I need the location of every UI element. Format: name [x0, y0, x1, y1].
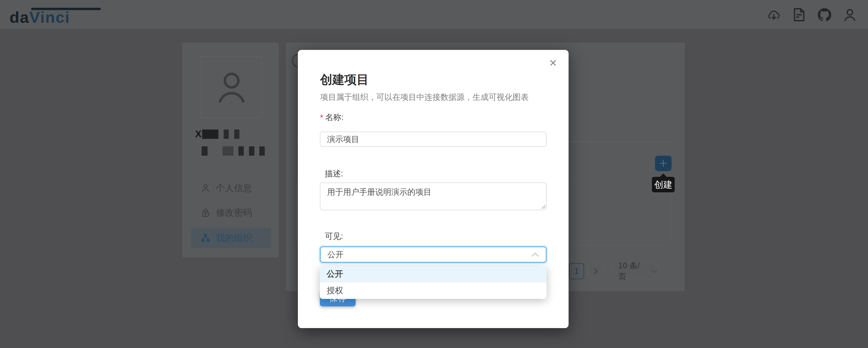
- visibility-label: 可见:: [325, 231, 343, 242]
- name-label: *名称:: [320, 112, 343, 123]
- description-label: 描述:: [325, 168, 343, 179]
- dropdown-option-authorized[interactable]: 授权: [320, 282, 547, 299]
- visibility-select[interactable]: 公开: [320, 246, 547, 263]
- create-tooltip: 创建: [652, 177, 675, 193]
- required-asterisk: *: [320, 113, 323, 121]
- name-label-text: 名称:: [325, 113, 344, 122]
- dropdown-option-public[interactable]: 公开: [320, 266, 547, 282]
- visibility-select-value: 公开: [328, 249, 343, 260]
- app-root: da Vinci: [0, 0, 868, 348]
- project-description-textarea[interactable]: 用于用户手册说明演示的项目: [320, 182, 547, 210]
- modal-title: 创建项目: [320, 72, 369, 88]
- visibility-dropdown: 公开 授权: [320, 266, 547, 299]
- tooltip-arrow: [660, 173, 667, 177]
- project-name-input[interactable]: [320, 132, 547, 147]
- close-icon[interactable]: ✕: [549, 58, 557, 68]
- tooltip-label: 创建: [654, 179, 672, 191]
- modal-subtitle: 项目属于组织，可以在项目中连接数据源，生成可视化图表: [320, 92, 529, 103]
- create-project-modal: ✕ 创建项目 项目属于组织，可以在项目中连接数据源，生成可视化图表 *名称: 描…: [298, 50, 568, 328]
- chevron-up-icon: [531, 252, 539, 257]
